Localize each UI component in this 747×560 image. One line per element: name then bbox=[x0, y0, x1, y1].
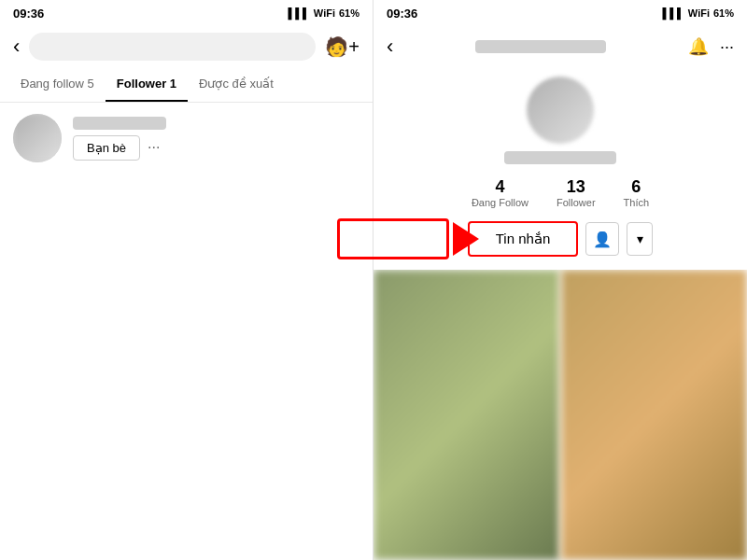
profile-name bbox=[504, 151, 616, 164]
video-grid bbox=[374, 270, 747, 560]
left-panel: 09:36 ▌▌▌ WiFi 61% ‹ 🧑+ Đang follow 5 Fo… bbox=[0, 0, 374, 560]
avatar-blur-left bbox=[13, 114, 62, 162]
tab-duoc-de-xuat[interactable]: Được đề xuất bbox=[188, 67, 285, 102]
notification-icon[interactable]: 🔔 bbox=[688, 36, 709, 57]
stat-thich: 6 Thích bbox=[624, 177, 650, 208]
follow-action-icon[interactable]: 👤 bbox=[585, 222, 619, 256]
top-bar-right: ‹ 🔔 ··· bbox=[374, 26, 747, 67]
arrow-annotation bbox=[337, 218, 479, 259]
username-display bbox=[475, 40, 606, 53]
friend-actions: Bạn bè ··· bbox=[73, 135, 359, 161]
tab-dang-follow[interactable]: Đang follow 5 bbox=[9, 67, 106, 102]
status-icons-left: ▌▌▌ WiFi 61% bbox=[288, 7, 359, 19]
friend-name bbox=[73, 117, 166, 130]
stats-row: 4 Đang Follow 13 Follower 6 Thích bbox=[472, 177, 649, 208]
search-bar-left[interactable] bbox=[29, 33, 316, 61]
avatar-left bbox=[13, 114, 62, 162]
dropdown-button[interactable]: ▾ bbox=[627, 222, 653, 256]
right-action-icons: 🔔 ··· bbox=[688, 36, 734, 57]
stat-dang-follow: 4 Đang Follow bbox=[472, 177, 529, 208]
arrow-head bbox=[453, 222, 479, 256]
signal-icon-right: ▌▌▌ bbox=[662, 7, 684, 19]
ban-be-button[interactable]: Bạn bè bbox=[73, 135, 140, 161]
tab-follower[interactable]: Follower 1 bbox=[106, 67, 188, 102]
back-button-left[interactable]: ‹ bbox=[13, 35, 20, 59]
add-friend-icon[interactable]: 🧑+ bbox=[325, 35, 359, 58]
more-icon[interactable]: ··· bbox=[720, 37, 734, 57]
more-options-button[interactable]: ··· bbox=[148, 139, 160, 156]
status-bar-right: 09:36 ▌▌▌ WiFi 61% bbox=[374, 0, 747, 26]
follower-count: 13 bbox=[567, 177, 585, 197]
video-thumb-2[interactable] bbox=[561, 270, 747, 560]
profile-section: 4 Đang Follow 13 Follower 6 Thích Tin nh… bbox=[374, 67, 747, 270]
wifi-icon-right: WiFi bbox=[688, 7, 710, 19]
thich-count: 6 bbox=[631, 177, 641, 197]
thich-label: Thích bbox=[624, 197, 650, 208]
tabs-left: Đang follow 5 Follower 1 Được đề xuất bbox=[0, 67, 373, 103]
time-right: 09:36 bbox=[387, 7, 417, 21]
friend-info: Bạn bè ··· bbox=[73, 117, 359, 161]
profile-avatar bbox=[527, 77, 594, 144]
back-button-right[interactable]: ‹ bbox=[387, 35, 393, 59]
person-icon: 👤 bbox=[593, 231, 612, 248]
battery-icon-left: 61% bbox=[339, 7, 359, 19]
battery-right: 61% bbox=[713, 7, 734, 19]
time-left: 09:36 bbox=[13, 7, 44, 21]
arrow-box bbox=[337, 218, 449, 259]
top-bar-left: ‹ 🧑+ bbox=[0, 26, 373, 67]
signal-icon-left: ▌▌▌ bbox=[288, 7, 309, 19]
tin-nhan-button[interactable]: Tin nhắn bbox=[468, 221, 578, 257]
video-thumb-1[interactable] bbox=[374, 270, 559, 560]
dang-follow-label: Đang Follow bbox=[472, 197, 529, 208]
wifi-icon-left: WiFi bbox=[314, 7, 335, 19]
friend-list-item: Bạn bè ··· bbox=[0, 103, 373, 174]
action-row: Tin nhắn 👤 ▾ bbox=[468, 221, 653, 257]
follower-label: Follower bbox=[557, 197, 596, 208]
status-bar-left: 09:36 ▌▌▌ WiFi 61% bbox=[0, 0, 373, 26]
dang-follow-count: 4 bbox=[495, 177, 504, 197]
status-icons-right: ▌▌▌ WiFi 61% bbox=[662, 7, 734, 19]
stat-follower: 13 Follower bbox=[557, 177, 596, 208]
right-panel: 09:36 ▌▌▌ WiFi 61% ‹ 🔔 ··· 4 Đang Follow… bbox=[374, 0, 747, 560]
